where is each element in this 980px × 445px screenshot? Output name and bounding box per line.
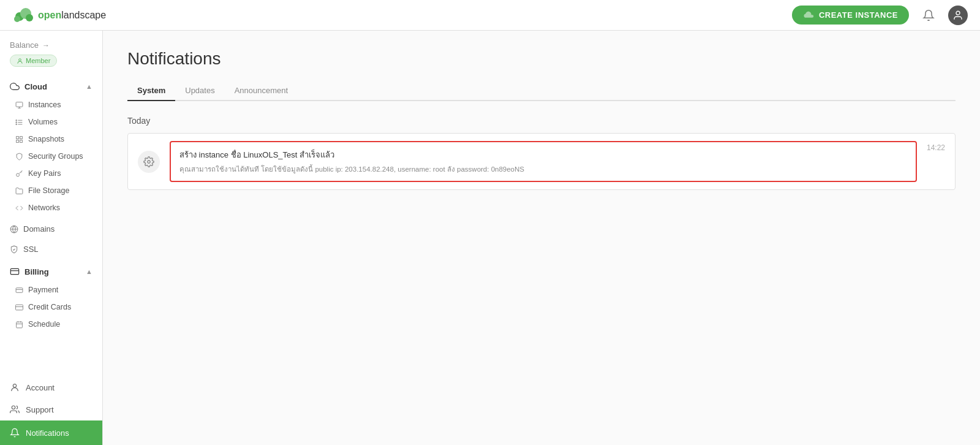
svg-point-4 bbox=[19, 58, 21, 61]
notification-bell-button[interactable] bbox=[919, 6, 938, 25]
sidebar-item-notifications[interactable]: Notifications bbox=[0, 420, 102, 445]
instances-icon bbox=[15, 101, 23, 109]
sidebar-item-security-groups[interactable]: Security Groups bbox=[0, 148, 102, 165]
file-storage-icon bbox=[15, 186, 23, 195]
svg-rect-24 bbox=[16, 322, 22, 328]
svg-point-11 bbox=[15, 123, 17, 124]
snapshots-icon bbox=[15, 135, 23, 143]
balance-arrow-icon: → bbox=[42, 41, 50, 50]
logo-text: openlandscape bbox=[38, 10, 106, 21]
billing-section-icon bbox=[10, 267, 20, 276]
schedule-icon bbox=[15, 320, 23, 329]
credit-cards-icon bbox=[15, 303, 23, 311]
networks-icon bbox=[15, 203, 23, 212]
svg-rect-14 bbox=[16, 140, 18, 142]
svg-point-29 bbox=[12, 406, 15, 409]
sidebar-item-instances[interactable]: Instances bbox=[0, 96, 102, 113]
svg-point-3 bbox=[14, 16, 20, 22]
today-section: Today สร้าง instance ชื่อ LinuxOLS_Test … bbox=[127, 116, 956, 190]
billing-section-header[interactable]: Billing ▲ bbox=[0, 262, 102, 281]
sidebar-item-payment[interactable]: Payment bbox=[0, 281, 102, 299]
ssl-icon bbox=[10, 245, 18, 254]
sidebar-balance[interactable]: Balance → bbox=[0, 31, 102, 55]
notification-row: สร้าง instance ชื่อ LinuxOLS_Test สำเร็จ… bbox=[127, 133, 956, 190]
svg-point-9 bbox=[15, 120, 17, 121]
page-title: Notifications bbox=[127, 49, 956, 69]
svg-rect-20 bbox=[16, 287, 23, 292]
bell-icon bbox=[922, 9, 935, 21]
notification-title: สร้าง instance ชื่อ LinuxOLS_Test สำเร็จ… bbox=[179, 148, 907, 161]
support-icon bbox=[10, 405, 20, 414]
svg-rect-15 bbox=[20, 140, 22, 142]
account-icon bbox=[10, 382, 20, 392]
layout: Balance → Member Cloud ▲ bbox=[0, 31, 980, 445]
sidebar-item-networks[interactable]: Networks bbox=[0, 199, 102, 216]
payment-icon bbox=[15, 286, 23, 294]
tabs: System Updates Announcement bbox=[127, 81, 956, 101]
sidebar-item-domains[interactable]: Domains bbox=[0, 219, 102, 239]
section-date: Today bbox=[127, 116, 956, 126]
sidebar-item-ssl[interactable]: SSL bbox=[0, 239, 102, 259]
tab-updates[interactable]: Updates bbox=[175, 81, 224, 101]
member-badge: Member bbox=[10, 55, 57, 67]
key-pairs-icon bbox=[15, 169, 23, 178]
svg-rect-13 bbox=[20, 136, 22, 139]
notification-card: สร้าง instance ชื่อ LinuxOLS_Test สำเร็จ… bbox=[170, 141, 917, 182]
volumes-icon bbox=[15, 118, 23, 126]
domains-icon bbox=[10, 225, 18, 234]
header-right: CREATE INSTANCE bbox=[792, 6, 968, 25]
svg-rect-12 bbox=[16, 136, 18, 139]
billing-chevron-icon: ▲ bbox=[86, 268, 92, 275]
billing-section: Billing ▲ Payment Credit Cards bbox=[0, 259, 102, 335]
svg-point-16 bbox=[16, 173, 19, 176]
notification-gear-icon bbox=[143, 156, 154, 167]
sidebar-item-snapshots[interactable]: Snapshots bbox=[0, 131, 102, 148]
security-groups-icon bbox=[15, 152, 23, 161]
sidebar-item-key-pairs[interactable]: Key Pairs bbox=[0, 165, 102, 182]
sidebar-item-account[interactable]: Account bbox=[0, 376, 102, 398]
svg-rect-5 bbox=[16, 102, 23, 107]
sidebar-bottom: Account Support Notifications bbox=[0, 376, 102, 445]
svg-point-10 bbox=[15, 121, 17, 123]
sidebar-item-file-storage[interactable]: File Storage bbox=[0, 182, 102, 199]
svg-point-28 bbox=[13, 384, 16, 387]
svg-point-30 bbox=[148, 160, 151, 163]
logo-icon bbox=[12, 4, 34, 26]
user-icon bbox=[952, 10, 963, 21]
notification-time: 14:22 bbox=[927, 141, 945, 152]
tab-announcement[interactable]: Announcement bbox=[225, 81, 298, 101]
create-instance-button[interactable]: CREATE INSTANCE bbox=[792, 6, 909, 25]
svg-rect-18 bbox=[10, 268, 18, 274]
notification-icon-wrap bbox=[138, 151, 160, 173]
cloud-chevron-icon: ▲ bbox=[86, 83, 92, 90]
notification-content: สร้าง instance ชื่อ LinuxOLS_Test สำเร็จ… bbox=[170, 141, 917, 182]
svg-rect-22 bbox=[15, 305, 23, 310]
cloud-icon bbox=[803, 11, 814, 20]
main-content: Notifications System Updates Announcemen… bbox=[103, 31, 980, 445]
cloud-section: Cloud ▲ Instances Volumes Snap bbox=[0, 74, 102, 219]
cloud-section-icon bbox=[10, 82, 20, 91]
logo: openlandscape bbox=[12, 4, 106, 26]
tab-system[interactable]: System bbox=[127, 81, 175, 101]
user-avatar-button[interactable] bbox=[948, 6, 968, 25]
notifications-sidebar-icon bbox=[10, 428, 20, 438]
sidebar-item-volumes[interactable]: Volumes bbox=[0, 113, 102, 131]
header: openlandscape CREATE INSTANCE bbox=[0, 0, 980, 31]
sidebar-item-credit-cards[interactable]: Credit Cards bbox=[0, 299, 102, 316]
notification-desc: คุณสามารถใช้งานได้ทันที โดยใช้ข้อมูลดังน… bbox=[179, 164, 907, 175]
svg-point-2 bbox=[26, 14, 33, 21]
cloud-section-header[interactable]: Cloud ▲ bbox=[0, 77, 102, 96]
sidebar-item-schedule[interactable]: Schedule bbox=[0, 316, 102, 333]
sidebar-item-support[interactable]: Support bbox=[0, 398, 102, 420]
member-icon bbox=[17, 58, 23, 64]
sidebar: Balance → Member Cloud ▲ bbox=[0, 31, 103, 445]
